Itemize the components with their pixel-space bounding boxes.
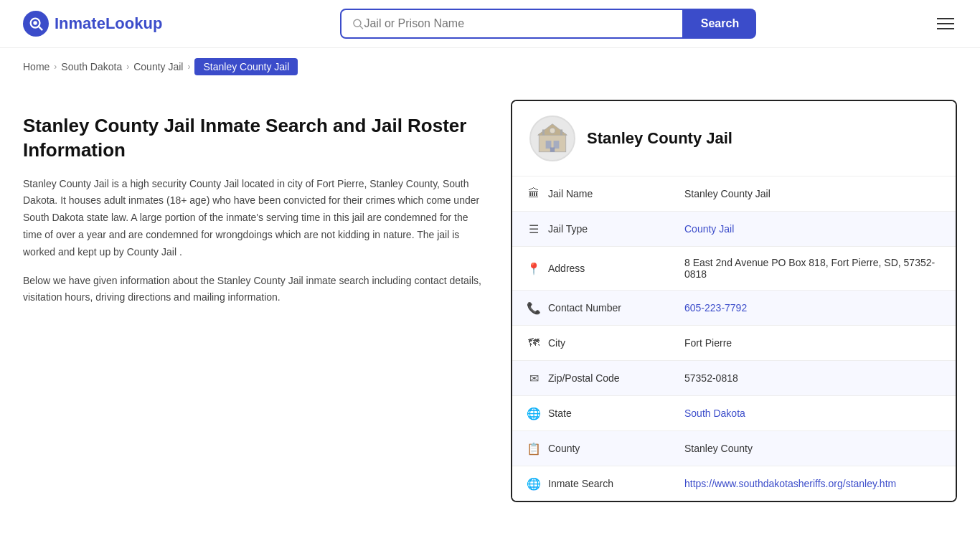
card-title: Stanley County Jail: [587, 129, 732, 148]
table-row: 📞 Contact Number 605-223-7792: [512, 291, 956, 326]
table-row: 🌐 State South Dakota: [512, 396, 956, 431]
breadcrumb: Home › South Dakota › County Jail › Stan…: [0, 48, 980, 85]
row-icon: 🏛: [527, 187, 541, 201]
row-value-link[interactable]: South Dakota: [684, 408, 745, 419]
row-icon: 🗺: [527, 336, 541, 350]
table-row: 🗺 City Fort Pierre: [512, 326, 956, 361]
svg-rect-9: [550, 148, 555, 152]
row-icon: ✉: [527, 371, 541, 385]
table-row: 🏛 Jail Name Stanley County Jail: [512, 176, 956, 212]
search-input-wrapper: [340, 9, 684, 39]
chevron-icon-3: ›: [187, 62, 190, 72]
page-title: Stanley County Jail Inmate Search and Ja…: [23, 114, 482, 163]
row-label: Inmate Search: [548, 478, 613, 489]
row-value-text: 8 East 2nd Avenue PO Box 818, Fort Pierr…: [684, 257, 935, 280]
row-value-text: Stanley County: [684, 443, 753, 454]
svg-rect-6: [546, 141, 552, 149]
logo-link[interactable]: InmateLookup: [23, 11, 162, 37]
row-label: State: [548, 408, 572, 419]
search-icon: [352, 17, 364, 30]
svg-line-1: [39, 27, 42, 30]
row-icon: 📋: [527, 441, 541, 456]
row-value-cell: County Jail: [670, 212, 956, 247]
row-label-cell: 📋 County: [512, 431, 670, 466]
svg-rect-10: [542, 130, 545, 136]
row-value-link[interactable]: County Jail: [684, 223, 734, 235]
row-value-cell: 605-223-7792: [670, 291, 956, 326]
row-value-link[interactable]: https://www.southdakotasheriffs.org/stan…: [684, 478, 896, 489]
jail-building-icon: [534, 121, 570, 156]
row-label-cell: 🗺 City: [512, 326, 670, 361]
row-label-cell: 🏛 Jail Name: [512, 176, 670, 212]
table-row: ☰ Jail Type County Jail: [512, 212, 956, 247]
row-value-cell: Stanley County: [670, 431, 956, 466]
row-value-text: Stanley County Jail: [684, 188, 771, 199]
row-label: City: [548, 337, 565, 349]
chevron-icon-1: ›: [54, 62, 57, 72]
row-icon: ☰: [527, 222, 541, 236]
row-icon: 🌐: [527, 476, 541, 491]
search-button[interactable]: Search: [684, 9, 756, 39]
info-card: Stanley County Jail 🏛 Jail Name Stanley …: [511, 100, 957, 502]
search-bar: Search: [340, 9, 756, 39]
svg-line-4: [360, 26, 363, 29]
breadcrumb-active: Stanley County Jail: [194, 58, 298, 75]
row-icon: 🌐: [527, 406, 541, 420]
card-header: Stanley County Jail: [512, 101, 956, 176]
row-value-text: Fort Pierre: [684, 337, 732, 349]
jail-avatar: [529, 116, 575, 161]
row-value-link[interactable]: 605-223-7792: [684, 302, 747, 314]
row-label-cell: 🌐 Inmate Search: [512, 466, 670, 501]
row-icon: 📍: [527, 261, 541, 276]
row-label: Jail Type: [548, 223, 588, 235]
row-value-cell: Stanley County Jail: [670, 176, 956, 212]
logo-icon: [23, 11, 49, 37]
row-label: Address: [548, 263, 585, 274]
row-label-cell: ☰ Jail Type: [512, 212, 670, 247]
main-content: Stanley County Jail Inmate Search and Ja…: [0, 85, 980, 531]
row-value-cell: https://www.southdakotasheriffs.org/stan…: [670, 466, 956, 501]
table-row: ✉ Zip/Postal Code 57352-0818: [512, 361, 956, 396]
svg-rect-11: [560, 130, 562, 136]
row-value-cell: South Dakota: [670, 396, 956, 431]
row-label-cell: ✉ Zip/Postal Code: [512, 361, 670, 396]
row-value-text: 57352-0818: [684, 372, 738, 384]
svg-point-3: [354, 19, 361, 27]
svg-point-12: [550, 128, 555, 133]
site-header: InmateLookup Search: [0, 0, 980, 48]
row-label-cell: 📞 Contact Number: [512, 291, 670, 326]
svg-point-2: [33, 21, 37, 24]
logo-text: InmateLookup: [55, 14, 162, 33]
table-row: 📍 Address 8 East 2nd Avenue PO Box 818, …: [512, 247, 956, 291]
breadcrumb-type[interactable]: County Jail: [133, 61, 183, 72]
row-value-cell: Fort Pierre: [670, 326, 956, 361]
table-row: 📋 County Stanley County: [512, 431, 956, 466]
table-row: 🌐 Inmate Search https://www.southdakotas…: [512, 466, 956, 501]
breadcrumb-state[interactable]: South Dakota: [61, 61, 122, 72]
svg-rect-7: [554, 141, 560, 149]
row-label-cell: 📍 Address: [512, 247, 670, 291]
description-para-2: Below we have given information about th…: [23, 273, 482, 307]
row-label: Contact Number: [548, 302, 621, 314]
row-label: Zip/Postal Code: [548, 372, 620, 384]
row-value-cell: 8 East 2nd Avenue PO Box 818, Fort Pierr…: [670, 247, 956, 291]
left-column: Stanley County Jail Inmate Search and Ja…: [23, 100, 482, 502]
row-label-cell: 🌐 State: [512, 396, 670, 431]
row-value-cell: 57352-0818: [670, 361, 956, 396]
row-label: Jail Name: [548, 188, 593, 199]
right-column: Stanley County Jail 🏛 Jail Name Stanley …: [511, 100, 957, 502]
description-para-1: Stanley County Jail is a high security C…: [23, 176, 482, 261]
hamburger-menu[interactable]: [934, 15, 957, 32]
chevron-icon-2: ›: [126, 62, 129, 72]
breadcrumb-home[interactable]: Home: [23, 61, 50, 72]
row-icon: 📞: [527, 301, 541, 315]
info-table: 🏛 Jail Name Stanley County Jail ☰ Jail T…: [512, 176, 956, 501]
search-input[interactable]: [364, 17, 672, 30]
row-label: County: [548, 443, 580, 454]
